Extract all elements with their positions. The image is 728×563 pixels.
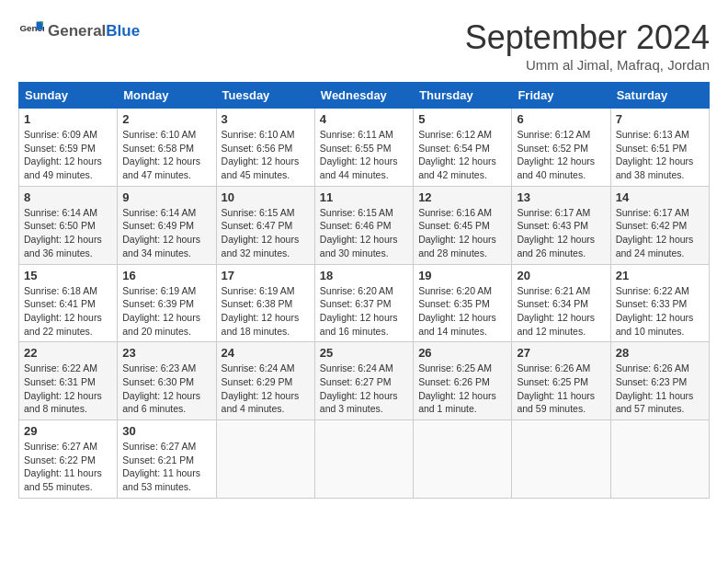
calendar-cell: 20 Sunrise: 6:21 AM Sunset: 6:34 PM Dayl… <box>512 264 610 342</box>
day-info: Sunrise: 6:23 AM Sunset: 6:30 PM Dayligh… <box>122 362 210 416</box>
sunrise-text: Sunrise: 6:23 AM <box>122 362 196 373</box>
logo: General GeneralBlue <box>18 18 140 44</box>
calendar-cell: 8 Sunrise: 6:14 AM Sunset: 6:50 PM Dayli… <box>19 186 118 264</box>
calendar-week-row: 8 Sunrise: 6:14 AM Sunset: 6:50 PM Dayli… <box>19 186 710 264</box>
day-info: Sunrise: 6:27 AM Sunset: 6:21 PM Dayligh… <box>122 440 210 494</box>
calendar-cell: 14 Sunrise: 6:17 AM Sunset: 6:42 PM Dayl… <box>610 186 709 264</box>
day-number: 15 <box>24 269 112 282</box>
calendar-cell: 28 Sunrise: 6:26 AM Sunset: 6:23 PM Dayl… <box>610 342 709 420</box>
day-info: Sunrise: 6:22 AM Sunset: 6:31 PM Dayligh… <box>24 362 112 416</box>
daylight-text: Daylight: 12 hours and 40 minutes. <box>517 155 595 180</box>
daylight-text: Daylight: 12 hours and 14 minutes. <box>418 312 496 337</box>
logo-icon: General <box>18 18 44 44</box>
sunset-text: Sunset: 6:37 PM <box>320 298 392 309</box>
calendar-cell: 30 Sunrise: 6:27 AM Sunset: 6:21 PM Dayl… <box>118 420 216 499</box>
day-number: 17 <box>222 269 310 282</box>
calendar-cell: 17 Sunrise: 6:19 AM Sunset: 6:38 PM Dayl… <box>216 264 314 342</box>
calendar-cell: 22 Sunrise: 6:22 AM Sunset: 6:31 PM Dayl… <box>19 342 118 420</box>
sunrise-text: Sunrise: 6:12 AM <box>418 129 492 140</box>
day-info: Sunrise: 6:10 AM Sunset: 6:58 PM Dayligh… <box>122 128 210 182</box>
weekday-header-wednesday: Wednesday <box>314 83 413 109</box>
calendar-cell: 15 Sunrise: 6:18 AM Sunset: 6:41 PM Dayl… <box>19 264 118 342</box>
sunset-text: Sunset: 6:25 PM <box>517 376 588 387</box>
day-info: Sunrise: 6:20 AM Sunset: 6:35 PM Dayligh… <box>418 284 506 339</box>
day-number: 4 <box>320 112 408 126</box>
day-info: Sunrise: 6:24 AM Sunset: 6:29 PM Dayligh… <box>222 362 310 416</box>
sunset-text: Sunset: 6:51 PM <box>616 143 688 154</box>
daylight-text: Daylight: 12 hours and 20 minutes. <box>122 312 200 337</box>
sunset-text: Sunset: 6:47 PM <box>222 220 293 231</box>
day-info: Sunrise: 6:26 AM Sunset: 6:23 PM Dayligh… <box>616 362 704 416</box>
calendar-week-row: 1 Sunrise: 6:09 AM Sunset: 6:59 PM Dayli… <box>19 109 710 187</box>
sunset-text: Sunset: 6:42 PM <box>616 220 688 231</box>
calendar-cell: 18 Sunrise: 6:20 AM Sunset: 6:37 PM Dayl… <box>314 264 413 342</box>
sunset-text: Sunset: 6:33 PM <box>616 298 688 309</box>
daylight-text: Daylight: 12 hours and 30 minutes. <box>320 234 398 259</box>
header: General GeneralBlue September 2024 Umm a… <box>18 18 710 73</box>
day-info: Sunrise: 6:21 AM Sunset: 6:34 PM Dayligh… <box>517 284 605 339</box>
day-number: 3 <box>222 112 310 126</box>
day-info: Sunrise: 6:16 AM Sunset: 6:45 PM Dayligh… <box>418 206 506 260</box>
calendar-cell: 19 Sunrise: 6:20 AM Sunset: 6:35 PM Dayl… <box>414 264 512 342</box>
calendar-cell: 16 Sunrise: 6:19 AM Sunset: 6:39 PM Dayl… <box>118 264 216 342</box>
sunrise-text: Sunrise: 6:19 AM <box>222 285 295 296</box>
day-info: Sunrise: 6:22 AM Sunset: 6:33 PM Dayligh… <box>616 284 704 339</box>
calendar-cell: 7 Sunrise: 6:13 AM Sunset: 6:51 PM Dayli… <box>610 109 709 187</box>
sunset-text: Sunset: 6:29 PM <box>222 376 293 387</box>
sunset-text: Sunset: 6:50 PM <box>24 220 96 231</box>
day-info: Sunrise: 6:24 AM Sunset: 6:27 PM Dayligh… <box>320 362 408 416</box>
day-info: Sunrise: 6:15 AM Sunset: 6:46 PM Dayligh… <box>320 206 408 260</box>
day-number: 14 <box>616 190 704 204</box>
sunset-text: Sunset: 6:41 PM <box>24 298 96 309</box>
calendar-cell: 4 Sunrise: 6:11 AM Sunset: 6:55 PM Dayli… <box>314 109 413 187</box>
weekday-header-sunday: Sunday <box>19 83 118 109</box>
calendar-cell: 9 Sunrise: 6:14 AM Sunset: 6:49 PM Dayli… <box>118 186 216 264</box>
sunrise-text: Sunrise: 6:12 AM <box>517 129 590 140</box>
calendar-cell: 2 Sunrise: 6:10 AM Sunset: 6:58 PM Dayli… <box>118 109 216 187</box>
daylight-text: Daylight: 12 hours and 26 minutes. <box>517 234 595 259</box>
sunset-text: Sunset: 6:45 PM <box>418 220 490 231</box>
calendar-table: SundayMondayTuesdayWednesdayThursdayFrid… <box>18 82 710 499</box>
sunrise-text: Sunrise: 6:18 AM <box>24 285 97 296</box>
day-number: 19 <box>418 269 506 282</box>
logo-wordmark: GeneralBlue <box>48 22 140 40</box>
day-number: 7 <box>616 112 704 126</box>
daylight-text: Daylight: 11 hours and 53 minutes. <box>122 467 200 492</box>
calendar-cell: 26 Sunrise: 6:25 AM Sunset: 6:26 PM Dayl… <box>414 342 512 420</box>
day-number: 6 <box>517 112 605 126</box>
daylight-text: Daylight: 11 hours and 55 minutes. <box>24 467 102 492</box>
sunrise-text: Sunrise: 6:09 AM <box>24 129 97 140</box>
calendar-cell: 12 Sunrise: 6:16 AM Sunset: 6:45 PM Dayl… <box>414 186 512 264</box>
month-title: September 2024 <box>465 18 710 57</box>
day-number: 1 <box>24 112 112 126</box>
sunrise-text: Sunrise: 6:14 AM <box>122 207 196 218</box>
sunrise-text: Sunrise: 6:17 AM <box>616 207 689 218</box>
day-number: 18 <box>320 269 408 282</box>
day-number: 12 <box>418 190 506 204</box>
sunrise-text: Sunrise: 6:26 AM <box>616 362 689 373</box>
sunrise-text: Sunrise: 6:11 AM <box>320 129 393 140</box>
sunrise-text: Sunrise: 6:20 AM <box>320 285 393 296</box>
day-info: Sunrise: 6:13 AM Sunset: 6:51 PM Dayligh… <box>616 128 704 182</box>
daylight-text: Daylight: 12 hours and 44 minutes. <box>320 155 398 180</box>
day-info: Sunrise: 6:19 AM Sunset: 6:39 PM Dayligh… <box>122 284 210 339</box>
day-number: 28 <box>616 346 704 360</box>
calendar-cell: 25 Sunrise: 6:24 AM Sunset: 6:27 PM Dayl… <box>314 342 413 420</box>
day-number: 27 <box>517 346 605 360</box>
calendar-cell: 24 Sunrise: 6:24 AM Sunset: 6:29 PM Dayl… <box>216 342 314 420</box>
sunset-text: Sunset: 6:55 PM <box>320 143 392 154</box>
day-number: 21 <box>616 269 704 282</box>
sunrise-text: Sunrise: 6:13 AM <box>616 129 689 140</box>
day-number: 8 <box>24 190 112 204</box>
daylight-text: Daylight: 12 hours and 49 minutes. <box>24 155 102 180</box>
sunrise-text: Sunrise: 6:24 AM <box>320 362 393 373</box>
day-number: 26 <box>418 346 506 360</box>
calendar-cell: 3 Sunrise: 6:10 AM Sunset: 6:56 PM Dayli… <box>216 109 314 187</box>
calendar-week-row: 15 Sunrise: 6:18 AM Sunset: 6:41 PM Dayl… <box>19 264 710 342</box>
daylight-text: Daylight: 12 hours and 36 minutes. <box>24 234 102 259</box>
daylight-text: Daylight: 12 hours and 22 minutes. <box>24 312 102 337</box>
day-info: Sunrise: 6:11 AM Sunset: 6:55 PM Dayligh… <box>320 128 408 182</box>
calendar-cell: 5 Sunrise: 6:12 AM Sunset: 6:54 PM Dayli… <box>414 109 512 187</box>
sunset-text: Sunset: 6:43 PM <box>517 220 588 231</box>
sunset-text: Sunset: 6:35 PM <box>418 298 490 309</box>
